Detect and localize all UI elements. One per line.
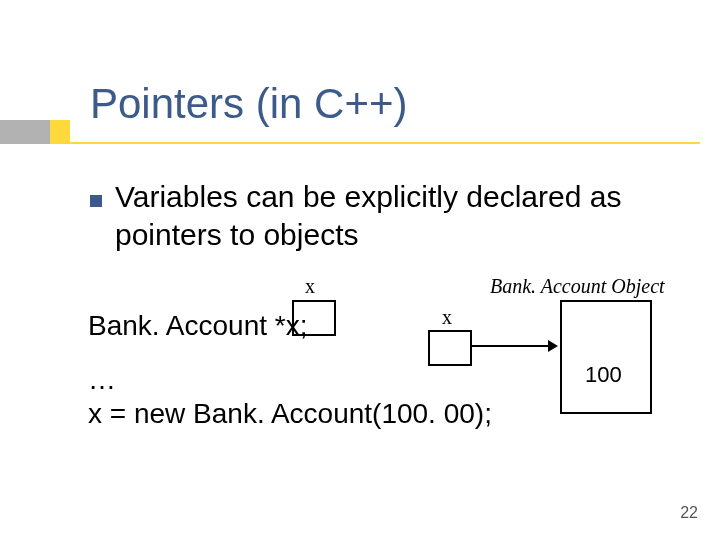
object-box [560, 300, 652, 414]
title-accent-decor [50, 120, 70, 144]
pointer-arrow-line [470, 345, 550, 347]
code-line-2: … [88, 364, 116, 396]
title-underline-decor [70, 142, 700, 144]
var-x-label-2: x [442, 306, 452, 329]
object-value: 100 [585, 362, 622, 388]
var-x-box-pointer [428, 330, 472, 366]
code-line-1: Bank. Account *x; [88, 310, 307, 342]
var-x-label-1: x [305, 275, 315, 298]
title-stripe-decor [0, 120, 50, 144]
pointer-arrow-head-icon [548, 340, 558, 352]
slide-title: Pointers (in C++) [90, 80, 407, 128]
var-x-box-empty [292, 300, 336, 336]
bullet-text: Variables can be explicitly declared as … [115, 178, 685, 253]
code-line-3: x = new Bank. Account(100. 00); [88, 398, 492, 430]
object-label: Bank. Account Object [490, 275, 665, 298]
slide: Pointers (in C++) Variables can be expli… [0, 0, 720, 540]
bullet-icon [90, 195, 102, 207]
page-number: 22 [680, 504, 698, 522]
